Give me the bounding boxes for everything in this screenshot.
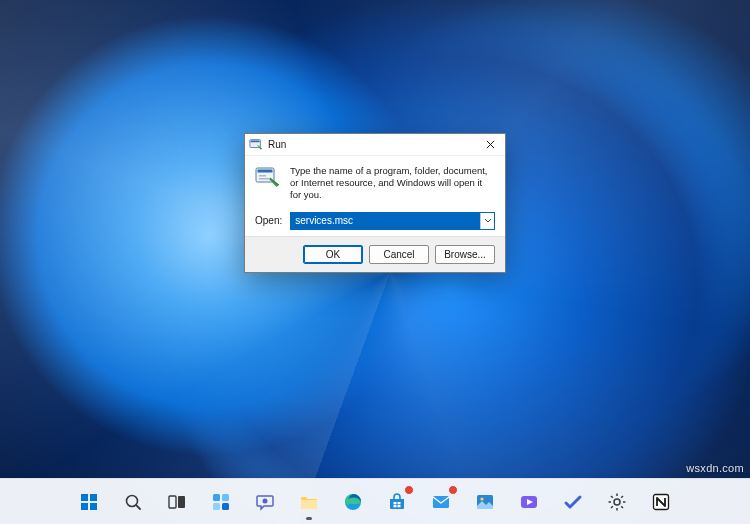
svg-rect-14 [213, 494, 220, 501]
svg-rect-21 [398, 502, 401, 504]
dialog-body: Type the name of a program, folder, docu… [245, 156, 505, 236]
titlebar[interactable]: Run [245, 134, 505, 156]
svg-rect-1 [251, 140, 260, 142]
run-dialog: Run Type the name of a pro [244, 133, 506, 273]
titlebar-title: Run [268, 139, 286, 150]
taskbar [0, 478, 750, 524]
svg-point-28 [614, 499, 620, 505]
svg-rect-20 [394, 502, 397, 504]
cancel-button[interactable]: Cancel [369, 245, 429, 264]
svg-rect-23 [398, 505, 401, 507]
todo-button[interactable] [553, 482, 593, 522]
svg-rect-3 [258, 170, 273, 173]
task-view-icon [167, 492, 187, 512]
file-explorer-icon [299, 492, 319, 512]
svg-line-33 [611, 496, 613, 498]
svg-rect-17 [222, 503, 229, 510]
settings-icon [607, 492, 627, 512]
edge-button[interactable] [333, 482, 373, 522]
svg-rect-22 [394, 505, 397, 507]
svg-point-18 [263, 498, 268, 503]
chat-button[interactable] [245, 482, 285, 522]
open-label: Open: [255, 215, 282, 226]
file-explorer-button[interactable] [289, 482, 329, 522]
svg-rect-4 [259, 175, 266, 177]
svg-line-11 [136, 505, 140, 509]
store-icon [387, 492, 407, 512]
ok-button[interactable]: OK [303, 245, 363, 264]
store-button[interactable] [377, 482, 417, 522]
chevron-down-icon [484, 218, 492, 224]
photos-icon [475, 492, 495, 512]
titlebar-controls [475, 134, 505, 156]
svg-rect-13 [178, 496, 185, 508]
photos-button[interactable] [465, 482, 505, 522]
open-input[interactable]: services.msc [291, 213, 480, 229]
chat-icon [255, 492, 275, 512]
close-icon [486, 140, 495, 149]
svg-rect-7 [90, 494, 97, 501]
clipchamp-button[interactable] [509, 482, 549, 522]
dialog-footer: OK Cancel Browse... [245, 236, 505, 272]
clipchamp-icon [519, 492, 539, 512]
dialog-description: Type the name of a program, folder, docu… [290, 165, 495, 201]
svg-rect-6 [81, 494, 88, 501]
svg-line-34 [621, 506, 623, 508]
svg-rect-24 [433, 496, 449, 508]
titlebar-left: Run [249, 137, 286, 153]
svg-point-26 [480, 497, 483, 500]
start-icon [79, 492, 99, 512]
edge-icon [343, 492, 363, 512]
widgets-icon [211, 492, 231, 512]
todo-icon [563, 492, 583, 512]
close-button[interactable] [475, 134, 505, 156]
open-combobox[interactable]: services.msc [290, 212, 495, 230]
settings-button[interactable] [597, 482, 637, 522]
start-button[interactable] [69, 482, 109, 522]
svg-rect-8 [81, 503, 88, 510]
svg-rect-9 [90, 503, 97, 510]
search-button[interactable] [113, 482, 153, 522]
task-view-button[interactable] [157, 482, 197, 522]
svg-rect-16 [213, 503, 220, 510]
browse-button[interactable]: Browse... [435, 245, 495, 264]
mail-icon [431, 492, 451, 512]
watermark-text: wsxdn.com [686, 462, 744, 474]
store-badge [404, 485, 414, 495]
notion-icon [651, 492, 671, 512]
run-body-icon [255, 165, 281, 187]
combobox-chevron[interactable] [480, 213, 494, 229]
search-icon [123, 492, 143, 512]
svg-rect-12 [169, 496, 176, 508]
widgets-button[interactable] [201, 482, 241, 522]
svg-rect-15 [222, 494, 229, 501]
svg-line-36 [611, 506, 613, 508]
notion-button[interactable] [641, 482, 681, 522]
svg-rect-5 [259, 178, 269, 180]
mail-button[interactable] [421, 482, 461, 522]
run-dialog-icon [249, 137, 263, 153]
svg-line-35 [621, 496, 623, 498]
mail-badge [448, 485, 458, 495]
